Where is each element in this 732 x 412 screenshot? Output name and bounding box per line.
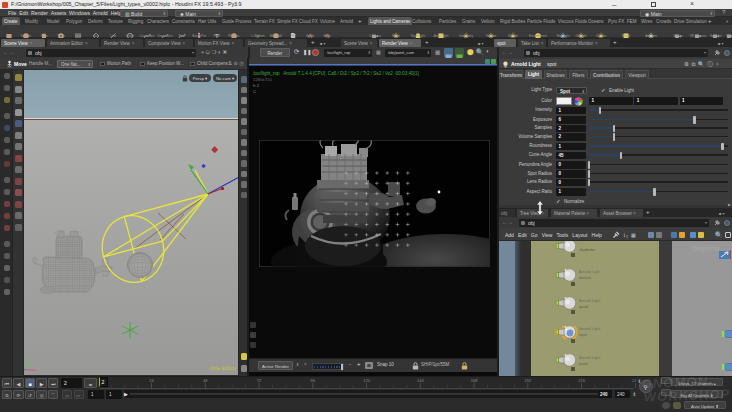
svg-text:240: 240: [632, 378, 636, 383]
svg-text:216: 216: [578, 378, 585, 383]
svg-text:120: 120: [363, 378, 370, 383]
svg-text:168: 168: [471, 378, 478, 383]
svg-text:24: 24: [149, 378, 154, 383]
svg-text:192: 192: [524, 378, 531, 383]
svg-text:72: 72: [257, 378, 262, 383]
svg-text:144: 144: [417, 378, 424, 383]
svg-text:96: 96: [311, 378, 316, 383]
svg-text:48: 48: [203, 378, 208, 383]
